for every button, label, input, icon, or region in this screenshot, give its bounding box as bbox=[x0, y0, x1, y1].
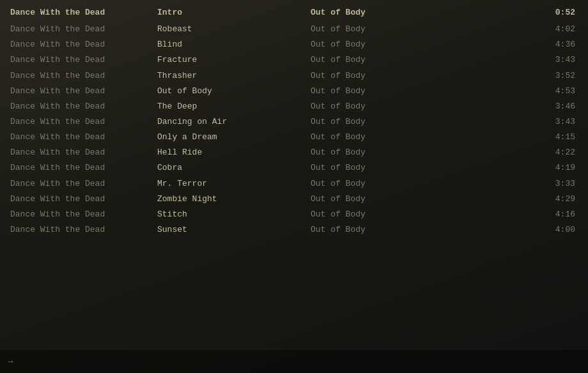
track-list: Dance With the Dead Intro Out of Body 0:… bbox=[0, 0, 588, 243]
table-row[interactable]: Dance With the DeadSunsetOut of Body4:00 bbox=[0, 222, 588, 238]
track-title: Out of Body bbox=[157, 85, 311, 98]
track-artist: Dance With the Dead bbox=[10, 224, 157, 236]
table-header: Dance With the Dead Intro Out of Body 0:… bbox=[0, 5, 588, 20]
table-row[interactable]: Dance With the DeadStitchOut of Body4:16 bbox=[0, 207, 588, 222]
track-duration: 3:46 bbox=[438, 100, 575, 113]
track-album: Out of Body bbox=[311, 224, 438, 236]
table-row[interactable]: Dance With the DeadBlindOut of Body4:36 bbox=[0, 37, 588, 52]
track-artist: Dance With the Dead bbox=[10, 70, 157, 82]
track-artist: Dance With the Dead bbox=[10, 116, 157, 128]
track-album: Out of Body bbox=[311, 208, 438, 221]
track-artist: Dance With the Dead bbox=[10, 162, 157, 174]
table-row[interactable]: Dance With the DeadOnly a DreamOut of Bo… bbox=[0, 130, 588, 145]
track-title: Fracture bbox=[157, 54, 311, 66]
track-title: Only a Dream bbox=[157, 131, 311, 144]
table-row[interactable]: Dance With the DeadMr. TerrorOut of Body… bbox=[0, 176, 588, 192]
track-duration: 4:02 bbox=[438, 23, 575, 36]
track-album: Out of Body bbox=[311, 193, 438, 206]
table-row[interactable]: Dance With the DeadDancing on AirOut of … bbox=[0, 114, 588, 130]
table-row[interactable]: Dance With the DeadThrasherOut of Body3:… bbox=[0, 68, 588, 84]
track-artist: Dance With the Dead bbox=[10, 38, 157, 51]
table-row[interactable]: Dance With the DeadZombie NightOut of Bo… bbox=[0, 192, 588, 207]
track-duration: 3:43 bbox=[438, 116, 575, 128]
track-album: Out of Body bbox=[311, 85, 438, 98]
track-album: Out of Body bbox=[311, 131, 438, 144]
track-title: Mr. Terror bbox=[157, 178, 311, 190]
header-album: Out of Body bbox=[311, 6, 438, 19]
table-row[interactable]: Dance With the DeadOut of BodyOut of Bod… bbox=[0, 84, 588, 99]
track-artist: Dance With the Dead bbox=[10, 23, 157, 36]
track-album: Out of Body bbox=[311, 116, 438, 128]
track-duration: 4:36 bbox=[438, 38, 575, 51]
track-album: Out of Body bbox=[311, 162, 438, 174]
track-artist: Dance With the Dead bbox=[10, 100, 157, 113]
track-duration: 4:15 bbox=[438, 131, 575, 144]
track-duration: 3:52 bbox=[438, 70, 575, 82]
track-title: Dancing on Air bbox=[157, 116, 311, 128]
track-title: Zombie Night bbox=[157, 193, 311, 206]
track-title: The Deep bbox=[157, 100, 311, 113]
track-artist: Dance With the Dead bbox=[10, 193, 157, 206]
track-title: Robeast bbox=[157, 23, 311, 36]
track-artist: Dance With the Dead bbox=[10, 85, 157, 98]
track-artist: Dance With the Dead bbox=[10, 54, 157, 66]
header-title: Intro bbox=[157, 6, 311, 19]
track-album: Out of Body bbox=[311, 23, 438, 36]
track-duration: 3:33 bbox=[438, 178, 575, 190]
track-duration: 4:16 bbox=[438, 208, 575, 221]
track-duration: 4:29 bbox=[438, 193, 575, 206]
track-album: Out of Body bbox=[311, 178, 438, 190]
track-album: Out of Body bbox=[311, 54, 438, 66]
arrow-icon: → bbox=[8, 356, 13, 367]
track-artist: Dance With the Dead bbox=[10, 208, 157, 221]
track-duration: 4:53 bbox=[438, 85, 575, 98]
track-album: Out of Body bbox=[311, 38, 438, 51]
bottom-bar: → bbox=[0, 350, 588, 373]
table-row[interactable]: Dance With the DeadHell RideOut of Body4… bbox=[0, 145, 588, 160]
table-row[interactable]: Dance With the DeadRobeastOut of Body4:0… bbox=[0, 22, 588, 37]
header-artist: Dance With the Dead bbox=[10, 6, 157, 19]
track-title: Sunset bbox=[157, 224, 311, 236]
table-row[interactable]: Dance With the DeadThe DeepOut of Body3:… bbox=[0, 99, 588, 114]
track-title: Cobra bbox=[157, 162, 311, 174]
track-duration: 4:19 bbox=[438, 162, 575, 174]
track-artist: Dance With the Dead bbox=[10, 131, 157, 144]
track-duration: 4:00 bbox=[438, 224, 575, 236]
track-album: Out of Body bbox=[311, 146, 438, 159]
track-artist: Dance With the Dead bbox=[10, 178, 157, 190]
track-title: Blind bbox=[157, 38, 311, 51]
track-album: Out of Body bbox=[311, 100, 438, 113]
track-artist: Dance With the Dead bbox=[10, 146, 157, 159]
header-duration: 0:52 bbox=[438, 6, 575, 19]
track-title: Stitch bbox=[157, 208, 311, 221]
track-title: Thrasher bbox=[157, 70, 311, 82]
table-row[interactable]: Dance With the DeadFractureOut of Body3:… bbox=[0, 52, 588, 68]
track-title: Hell Ride bbox=[157, 146, 311, 159]
track-duration: 3:43 bbox=[438, 54, 575, 66]
track-duration: 4:22 bbox=[438, 146, 575, 159]
track-album: Out of Body bbox=[311, 70, 438, 82]
table-row[interactable]: Dance With the DeadCobraOut of Body4:19 bbox=[0, 160, 588, 176]
